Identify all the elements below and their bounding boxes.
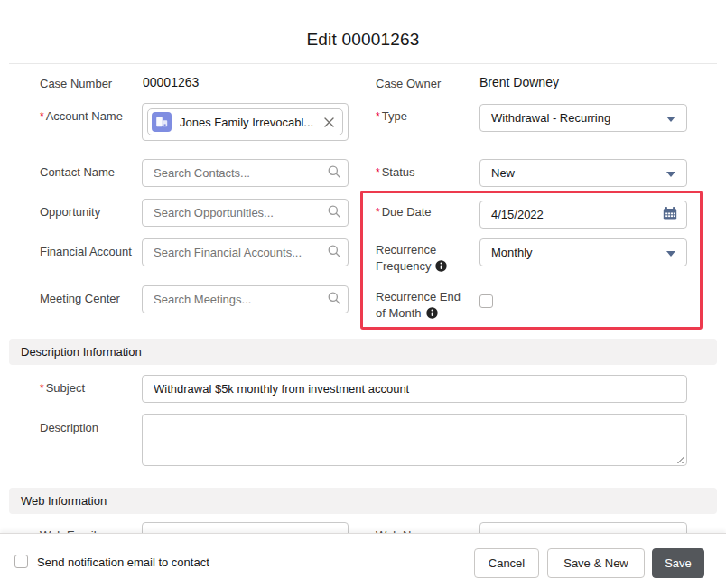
info-icon[interactable] bbox=[435, 260, 447, 276]
due-date-value: 4/15/2022 bbox=[491, 208, 544, 221]
recurrence-frequency-select[interactable]: Monthly bbox=[479, 238, 687, 266]
web-email-input[interactable] bbox=[142, 522, 349, 533]
save-and-new-button[interactable]: Save & New bbox=[547, 548, 645, 578]
case-owner-value: Brent Downey bbox=[479, 75, 559, 89]
save-button[interactable]: Save bbox=[652, 548, 704, 578]
web-name-field bbox=[479, 522, 687, 533]
contact-name-field bbox=[142, 159, 349, 187]
recurrence-end-of-month-label: Recurrence End of Month bbox=[376, 289, 471, 323]
case-number-label: Case Number bbox=[40, 76, 112, 92]
subject-field bbox=[142, 375, 687, 403]
due-date-label: *Due Date bbox=[376, 204, 432, 220]
required-asterisk: * bbox=[40, 382, 44, 395]
modal-footer: Send notification email to contact Cance… bbox=[0, 533, 726, 588]
calendar-icon[interactable] bbox=[663, 206, 677, 223]
cancel-button[interactable]: Cancel bbox=[474, 548, 539, 578]
case-owner-label: Case Owner bbox=[376, 76, 441, 92]
subject-label: *Subject bbox=[40, 380, 85, 397]
meeting-center-label: Meeting Center bbox=[40, 291, 120, 307]
subject-input[interactable] bbox=[142, 375, 687, 403]
recurrence-frequency-label: Recurrence Frequency bbox=[376, 242, 470, 276]
financial-account-search-input[interactable] bbox=[142, 238, 349, 266]
edit-case-modal: Edit 00001263 Case Number 00001263 Case … bbox=[0, 0, 726, 588]
remove-account-icon[interactable] bbox=[323, 117, 335, 128]
required-asterisk: * bbox=[376, 166, 380, 179]
section-web-information: Web Information bbox=[9, 488, 717, 514]
due-date-input[interactable]: 4/15/2022 bbox=[479, 201, 687, 229]
chevron-down-icon bbox=[666, 117, 675, 122]
form-scroll-area: Case Number 00001263 Case Owner Brent Do… bbox=[0, 64, 726, 533]
case-number-value: 00001263 bbox=[143, 75, 199, 89]
status-select[interactable]: New bbox=[479, 159, 687, 187]
web-name-input[interactable] bbox=[479, 522, 687, 533]
opportunity-field bbox=[142, 199, 349, 227]
description-label: Description bbox=[40, 420, 98, 436]
meeting-center-field bbox=[142, 285, 349, 313]
modal-title: Edit 00001263 bbox=[0, 30, 726, 50]
contact-name-search-input[interactable] bbox=[142, 159, 349, 187]
meeting-center-search-input[interactable] bbox=[142, 285, 349, 313]
info-icon[interactable] bbox=[426, 307, 438, 323]
send-notification-label: Send notification email to contact bbox=[37, 555, 209, 569]
opportunity-label: Opportunity bbox=[40, 204, 100, 220]
description-textarea[interactable] bbox=[142, 414, 687, 466]
web-email-field bbox=[142, 522, 349, 533]
section-description-information: Description Information bbox=[9, 339, 717, 365]
recurrence-end-of-month-checkbox[interactable] bbox=[479, 294, 493, 308]
contact-name-label: Contact Name bbox=[40, 164, 115, 181]
financial-account-label: Financial Account bbox=[40, 244, 132, 260]
account-icon bbox=[152, 112, 172, 132]
description-field bbox=[142, 414, 687, 466]
required-asterisk: * bbox=[376, 206, 380, 219]
type-label: *Type bbox=[376, 108, 407, 125]
required-asterisk: * bbox=[40, 110, 44, 123]
section-title: Web Information bbox=[21, 494, 107, 508]
chevron-down-icon bbox=[666, 172, 675, 177]
opportunity-search-input[interactable] bbox=[142, 199, 349, 227]
send-notification-checkbox[interactable] bbox=[14, 555, 28, 568]
required-asterisk: * bbox=[376, 110, 380, 123]
account-pill[interactable]: Jones Family Irrevocabl... bbox=[147, 108, 343, 135]
financial-account-field bbox=[142, 238, 349, 266]
chevron-down-icon bbox=[666, 251, 675, 257]
type-select-value: Withdrawal - Recurring bbox=[491, 111, 610, 125]
status-label: *Status bbox=[376, 164, 415, 181]
section-title: Description Information bbox=[21, 345, 142, 359]
recurrence-frequency-value: Monthly bbox=[491, 246, 533, 259]
status-select-value: New bbox=[491, 166, 515, 180]
type-select[interactable]: Withdrawal - Recurring bbox=[479, 104, 687, 132]
account-name-label: *Account Name bbox=[40, 108, 123, 125]
account-pill-label: Jones Family Irrevocabl... bbox=[180, 116, 323, 129]
account-name-lookup[interactable]: Jones Family Irrevocabl... bbox=[142, 103, 349, 141]
